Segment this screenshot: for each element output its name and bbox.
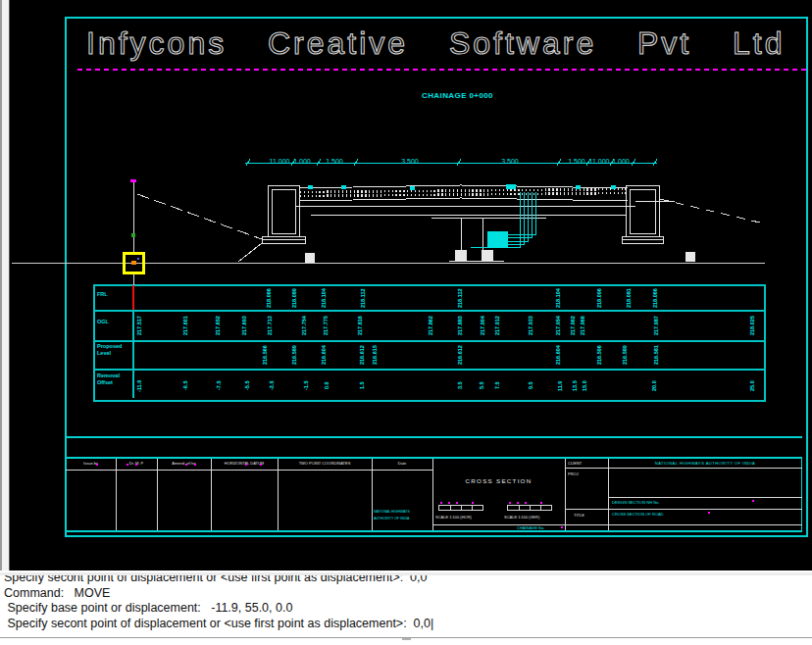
table-value: 216.581 (652, 342, 660, 368)
table-value: 218.089 (290, 287, 298, 309)
table-value: 218.104 (320, 287, 328, 309)
table-value: 216.566 (261, 342, 269, 368)
table-value: 217.775 (322, 312, 330, 339)
table-value: -9.5 (181, 371, 189, 401)
dimension-label: 1.000 (603, 158, 638, 165)
project-label: PROJ (568, 471, 579, 476)
table-value: 217.862 (427, 312, 434, 339)
canvas-left-edge (0, 0, 10, 571)
scale-bar-horizontal (438, 505, 483, 511)
table-value: 7.5 (493, 371, 501, 401)
table-divider (95, 369, 764, 371)
row-label-offset: RemovalOffset (97, 372, 120, 386)
client-label: CLIENT (568, 461, 582, 466)
dimension-label: 1.500 (317, 158, 352, 165)
table-value: 217.754 (300, 312, 308, 339)
table-value: -3.5 (268, 371, 276, 401)
titleblock-line (66, 470, 432, 471)
table-value: 216.612 (456, 342, 464, 368)
titleblock-line (432, 524, 802, 525)
table-value: 217.601 (181, 312, 189, 339)
titleblock-header-label: Issue by (66, 461, 116, 466)
command-line: Specify base point or displacement: -11.… (0, 601, 812, 617)
table-value: -5.5 (243, 371, 251, 401)
table-value: 217.987 (652, 312, 660, 339)
titleblock-divider (432, 459, 433, 530)
table-value: 218.104 (554, 287, 562, 309)
table-value: 218.066 (265, 287, 273, 309)
titleblock-header-label: Amend. of Iss (157, 461, 211, 466)
project-line: DESIGN SECTION NH No. (612, 500, 659, 505)
command-line: Specify secont point of displacement or … (0, 575, 812, 586)
command-line: Command: MOVE (0, 586, 812, 602)
levels-table: FRL OGL ProposedLevel RemovalOffset 218.… (93, 284, 766, 402)
table-value: 217.962 (569, 312, 577, 339)
table-value: 217.933 (527, 312, 534, 339)
titleblock-header-label: Date (372, 461, 432, 466)
dimension-label: 3.500 (492, 158, 528, 165)
dimension-label: 3.500 (392, 158, 428, 165)
table-value: 216.612 (358, 342, 366, 368)
magenta-dashed-line (77, 69, 807, 71)
agency-main: NATIONAL HIGHWAYS AUTHORITY OF INDIA (608, 461, 802, 466)
table-value: 0.0 (323, 371, 330, 401)
cad-window: Infycons Creative Software Pvt Ltd CHAIN… (0, 0, 812, 645)
chainage-label: CHAINAGE 0+000 (422, 91, 493, 100)
table-value: 217.517 (135, 312, 143, 339)
table-value: 3.5 (456, 371, 464, 401)
table-value: 5.5 (478, 371, 485, 401)
titleblock-header-label: HORIZONTAL DATUM (211, 461, 278, 466)
table-value: 218.025 (748, 312, 756, 339)
table-value: 217.883 (456, 312, 464, 339)
table-value: 217.912 (493, 312, 501, 339)
table-value: 217.904 (479, 312, 486, 339)
table-value: 217.816 (356, 312, 364, 339)
agency-small-1: NATIONAL HIGHWAYS (374, 510, 410, 514)
table-value: -11.9 (135, 371, 143, 401)
table-value: 11.9 (556, 371, 564, 401)
table-value: -1.5 (302, 371, 310, 401)
titleblock-divider (565, 459, 566, 530)
command-line: Specify secont point of displacement or … (0, 617, 812, 632)
title-label: TITLE (574, 513, 584, 518)
table-value: 15.0 (581, 371, 588, 401)
sheet-inner-line (67, 436, 802, 438)
table-value: -7.5 (215, 371, 223, 401)
titleblock-line (565, 509, 802, 510)
scale-v-label: SCALE 1:100 (VER) (504, 515, 539, 520)
table-value: 20.0 (650, 371, 658, 401)
table-value: 217.652 (214, 312, 222, 339)
table-value: 13.5 (571, 371, 579, 401)
table-value: 218.066 (651, 287, 659, 309)
row-label-frl: FRL (97, 291, 108, 298)
company-title: Infycons Creative Software Pvt Ltd (86, 25, 783, 62)
splitter-handle[interactable] (402, 638, 411, 640)
table-value: 9.5 (527, 371, 534, 401)
table-value: 218.096 (595, 287, 603, 309)
titleblock-line (608, 497, 802, 498)
command-line-history[interactable]: Specify secont point of displacement or … (0, 575, 812, 637)
dimension-label: 1.000 (284, 158, 320, 165)
table-value: 216.589 (621, 342, 629, 368)
row-label-proposed: ProposedLevel (97, 343, 122, 357)
row-label-ogl: OGL (97, 319, 109, 325)
table-value: 217.954 (554, 312, 562, 339)
table-value: 216.596 (595, 342, 603, 368)
table-value: 1.5 (358, 371, 366, 401)
table-value: 216.604 (320, 342, 328, 368)
table-value: 217.966 (579, 312, 586, 339)
agency-small-2: AUTHORITY OF INDIA (374, 517, 409, 521)
table-value: 216.589 (290, 342, 298, 368)
table-divider (95, 340, 764, 342)
titleblock-header-label: TWO POINT COORDINATES (278, 461, 372, 466)
title-line: CROSS SECTION OF ROAD (612, 512, 663, 517)
titleblock-line (565, 468, 802, 469)
drawing-canvas[interactable]: Infycons Creative Software Pvt Ltd CHAIN… (0, 0, 812, 571)
table-value: 218.112 (359, 287, 367, 309)
table-label-divider (132, 286, 134, 398)
table-value: 217.713 (266, 312, 274, 339)
table-value: 25.0 (748, 371, 756, 401)
table-value: 218.081 (625, 287, 633, 309)
scale-h-label: SCALE 1:100 (HOR) (435, 515, 472, 520)
table-value: 217.693 (240, 312, 248, 339)
